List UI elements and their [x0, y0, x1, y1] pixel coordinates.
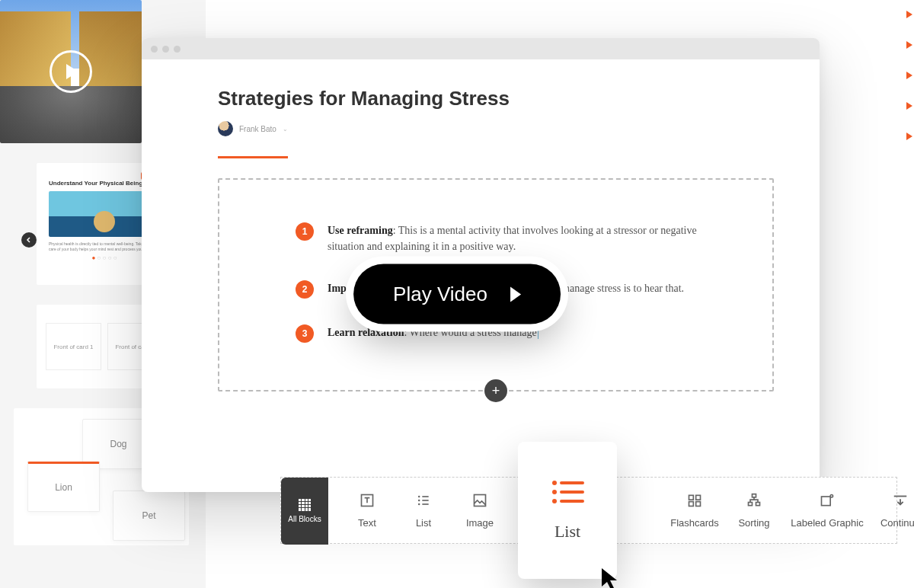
block-label: Flashcards — [670, 517, 719, 529]
block-item-labeled-graphic[interactable]: Labeled Graphic — [782, 493, 872, 529]
block-item-list[interactable]: List — [395, 493, 452, 529]
chevron-down-icon: ⌄ — [283, 126, 288, 133]
block-item-flashcards[interactable]: Flashcards — [663, 493, 726, 529]
sort-box-pet: Pet — [113, 491, 185, 541]
svg-rect-10 — [696, 495, 701, 500]
popup-label: List — [554, 522, 580, 542]
block-label: Continue — [880, 517, 914, 529]
prev-arrow-button[interactable] — [21, 232, 37, 248]
all-blocks-label: All Blocks — [288, 515, 321, 524]
block-item-text[interactable]: Text — [339, 493, 395, 529]
svg-rect-12 — [696, 501, 701, 506]
author-row[interactable]: Frank Bato ⌄ — [218, 121, 774, 136]
svg-rect-9 — [689, 495, 694, 500]
traffic-light-max[interactable] — [174, 46, 181, 53]
svg-point-3 — [418, 503, 420, 505]
flashcards-icon — [687, 493, 702, 508]
list-item-1[interactable]: 1 Use reframing: This is a mental activi… — [296, 222, 711, 254]
window-titlebar — [142, 38, 820, 59]
avatar — [218, 121, 233, 136]
sidebar-thumb-video[interactable] — [0, 0, 142, 143]
svg-point-2 — [418, 499, 420, 501]
cursor-icon — [600, 567, 622, 588]
svg-rect-13 — [753, 494, 756, 497]
block-label: Labeled Graphic — [791, 517, 863, 529]
block-label: Text — [358, 517, 376, 529]
list-text: Use reframing: This is a mental activity… — [328, 222, 711, 254]
list-item-3[interactable]: 3 Learn relaxation: Where would a stress… — [296, 324, 711, 343]
traffic-light-min[interactable] — [162, 46, 169, 53]
sorting-icon — [746, 493, 762, 508]
traffic-light-close[interactable] — [151, 46, 158, 53]
author-name: Frank Bato — [239, 125, 276, 133]
block-label: Image — [466, 517, 494, 529]
text-icon — [360, 493, 375, 508]
block-item-sorting[interactable]: Sorting — [726, 493, 782, 529]
svg-rect-7 — [475, 494, 486, 506]
play-icon — [510, 286, 521, 302]
svg-rect-11 — [689, 501, 694, 506]
flash-mini-1: Front of card 1 — [46, 323, 101, 370]
svg-point-1 — [418, 495, 420, 497]
svg-rect-15 — [756, 502, 760, 505]
play-video-label: Play Video — [393, 283, 487, 306]
list-icon — [551, 479, 584, 505]
play-video-button[interactable]: Play Video — [353, 264, 561, 324]
text-caret — [538, 328, 538, 339]
list-icon — [416, 493, 431, 508]
sort-box-lion: Lion — [27, 462, 100, 512]
image-icon — [472, 493, 487, 508]
all-blocks-button[interactable]: All Blocks — [281, 478, 328, 545]
svg-point-19 — [552, 481, 557, 485]
svg-rect-16 — [822, 497, 831, 506]
add-block-button[interactable]: + — [484, 379, 507, 402]
play-icon — [50, 50, 92, 93]
svg-point-23 — [552, 499, 557, 503]
list-number: 2 — [296, 280, 314, 299]
continue-icon — [892, 493, 909, 508]
grid-icon — [299, 499, 311, 511]
block-item-continue[interactable]: Continue — [872, 493, 914, 529]
page-title: Strategies for Managing Stress — [218, 87, 774, 110]
divider-accent — [218, 156, 288, 158]
labeled-graphic-icon — [820, 493, 835, 508]
svg-point-17 — [830, 494, 833, 497]
svg-point-21 — [552, 490, 557, 494]
block-label: Sorting — [738, 517, 769, 529]
block-picker-popup-list[interactable]: List — [518, 442, 617, 579]
list-number: 1 — [296, 222, 314, 241]
list-text: Learn relaxation: Where would a stress m… — [328, 324, 538, 343]
svg-rect-14 — [749, 502, 753, 505]
block-label: List — [416, 517, 431, 529]
block-item-image[interactable]: Image — [452, 493, 508, 529]
edge-decoration — [906, 11, 912, 140]
list-number: 3 — [296, 324, 314, 343]
